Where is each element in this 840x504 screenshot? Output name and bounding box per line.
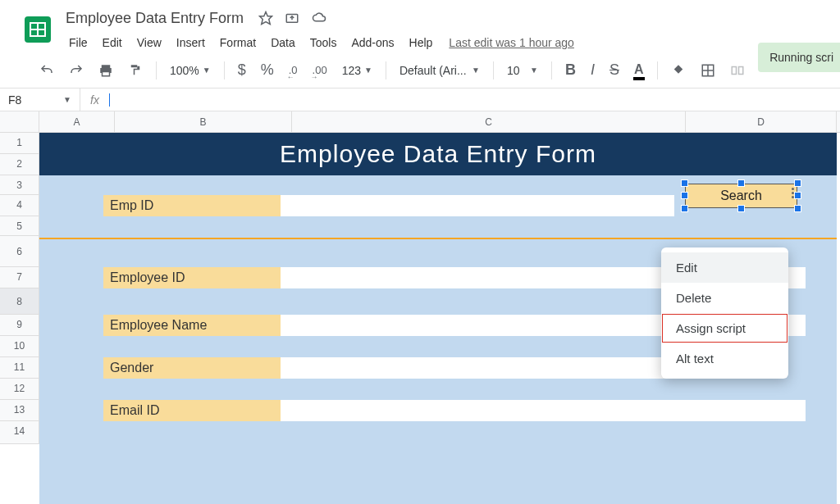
row-header[interactable]: 13 bbox=[0, 400, 39, 421]
resize-handle[interactable] bbox=[681, 179, 688, 187]
undo-button[interactable] bbox=[34, 60, 59, 81]
cloud-saved-icon[interactable] bbox=[311, 11, 327, 25]
label-employee-id: Employee ID bbox=[103, 267, 281, 288]
menu-view[interactable]: View bbox=[130, 33, 168, 52]
row-header[interactable]: 5 bbox=[0, 216, 39, 236]
row-header[interactable]: 14 bbox=[0, 421, 39, 444]
resize-handle[interactable] bbox=[794, 179, 801, 187]
resize-handle[interactable] bbox=[737, 179, 745, 187]
menu-tools[interactable]: Tools bbox=[304, 33, 344, 52]
row-header-selected[interactable]: 8 bbox=[0, 288, 39, 315]
row-header[interactable]: 7 bbox=[0, 267, 39, 288]
spreadsheet-grid[interactable]: A B C D 1 2 3 4 5 6 7 8 9 10 11 12 13 14… bbox=[0, 111, 840, 133]
select-all-corner[interactable] bbox=[0, 111, 39, 132]
row-header[interactable]: 2 bbox=[0, 154, 39, 175]
input-emp-id[interactable] bbox=[281, 195, 674, 216]
font-select[interactable]: Default (Ari...▼ bbox=[395, 61, 485, 80]
merge-cells-button[interactable] bbox=[725, 60, 750, 81]
resize-handle[interactable] bbox=[681, 192, 688, 199]
decrease-decimal-button[interactable]: .0← bbox=[284, 61, 303, 79]
svg-rect-6 bbox=[102, 65, 111, 68]
format-currency-button[interactable]: $ bbox=[233, 58, 251, 82]
italic-button[interactable]: I bbox=[586, 58, 600, 82]
row-header[interactable]: 10 bbox=[0, 336, 39, 357]
resize-handle[interactable] bbox=[737, 205, 745, 212]
last-edit-link[interactable]: Last edit was 1 hour ago bbox=[449, 36, 574, 49]
title-bar: Employee Data Entry Form File Edit View … bbox=[0, 0, 840, 52]
menu-bar: File Edit View Insert Format Data Tools … bbox=[62, 33, 817, 52]
running-script-toast: Running scri bbox=[758, 43, 840, 72]
col-header-D[interactable]: D bbox=[686, 111, 837, 132]
toolbar: 100%▼ $ % .0← .00→ 123▼ Default (Ari...▼… bbox=[0, 52, 840, 89]
menu-insert[interactable]: Insert bbox=[170, 33, 212, 52]
menu-format[interactable]: Format bbox=[213, 33, 262, 52]
more-formats-select[interactable]: 123▼ bbox=[337, 61, 377, 80]
label-employee-name: Employee Name bbox=[103, 315, 281, 336]
svg-marker-4 bbox=[260, 12, 272, 25]
menu-file[interactable]: File bbox=[62, 33, 94, 52]
print-button[interactable] bbox=[94, 60, 118, 81]
menu-addons[interactable]: Add-ons bbox=[345, 33, 400, 52]
resize-handle[interactable] bbox=[681, 205, 688, 212]
row-header[interactable]: 3 bbox=[0, 175, 39, 195]
bold-button[interactable]: B bbox=[560, 58, 581, 82]
app-window: Employee Data Entry Form File Edit View … bbox=[0, 0, 840, 504]
col-header-A[interactable]: A bbox=[39, 111, 115, 132]
format-percent-button[interactable]: % bbox=[256, 58, 279, 82]
label-emp-id: Emp ID bbox=[103, 195, 281, 216]
search-button-label: Search bbox=[720, 188, 762, 203]
row-header[interactable]: 1 bbox=[0, 133, 39, 154]
menu-data[interactable]: Data bbox=[264, 33, 302, 52]
input-gender[interactable] bbox=[281, 357, 674, 379]
star-icon[interactable] bbox=[258, 11, 273, 25]
zoom-select[interactable]: 100%▼ bbox=[165, 61, 216, 80]
row-header[interactable]: 9 bbox=[0, 315, 39, 336]
fx-label: fx bbox=[80, 93, 109, 107]
label-gender: Gender bbox=[103, 357, 281, 379]
resize-handle[interactable] bbox=[794, 205, 801, 212]
ctx-assign-script[interactable]: Assign script bbox=[661, 313, 788, 343]
strikethrough-button[interactable]: S bbox=[605, 58, 624, 82]
redo-button[interactable] bbox=[64, 60, 89, 81]
svg-rect-14 bbox=[738, 66, 742, 74]
fill-color-button[interactable] bbox=[666, 60, 691, 81]
row-header[interactable]: 12 bbox=[0, 379, 39, 400]
text-color-button[interactable]: A bbox=[629, 59, 649, 82]
input-email-id[interactable] bbox=[281, 400, 806, 421]
name-box[interactable]: F8▼ bbox=[0, 89, 80, 111]
menu-edit[interactable]: Edit bbox=[96, 33, 129, 52]
svg-rect-8 bbox=[103, 71, 110, 75]
svg-rect-13 bbox=[732, 66, 736, 74]
move-icon[interactable] bbox=[285, 11, 299, 25]
paint-format-button[interactable] bbox=[123, 60, 148, 81]
increase-decimal-button[interactable]: .00→ bbox=[308, 61, 332, 79]
ctx-delete[interactable]: Delete bbox=[661, 283, 788, 313]
row-header[interactable]: 6 bbox=[0, 236, 39, 267]
search-drawing-selected[interactable]: Search bbox=[685, 184, 797, 208]
ctx-edit[interactable]: Edit bbox=[661, 252, 788, 283]
col-header-C[interactable]: C bbox=[292, 111, 686, 132]
menu-help[interactable]: Help bbox=[403, 33, 440, 52]
label-email-id: Email ID bbox=[103, 400, 281, 421]
borders-button[interactable] bbox=[696, 60, 720, 81]
row-header[interactable]: 4 bbox=[0, 195, 39, 216]
resize-handle[interactable] bbox=[794, 192, 801, 199]
form-title: Employee Data Entry Form bbox=[39, 133, 837, 175]
divider-line bbox=[39, 238, 837, 239]
column-headers: A B C D bbox=[0, 111, 840, 133]
sheets-logo-icon[interactable] bbox=[23, 11, 52, 48]
svg-rect-9 bbox=[673, 75, 683, 76]
formula-cursor bbox=[109, 93, 110, 107]
context-menu: Edit Delete Assign script Alt text bbox=[661, 247, 788, 379]
font-size-select[interactable]: 10▼ bbox=[502, 61, 543, 80]
row-header[interactable]: 11 bbox=[0, 357, 39, 379]
formula-bar-row: F8▼ fx bbox=[0, 89, 840, 111]
col-header-B[interactable]: B bbox=[115, 111, 292, 132]
ctx-alt-text[interactable]: Alt text bbox=[661, 343, 788, 374]
document-title[interactable]: Employee Data Entry Form bbox=[62, 8, 247, 29]
